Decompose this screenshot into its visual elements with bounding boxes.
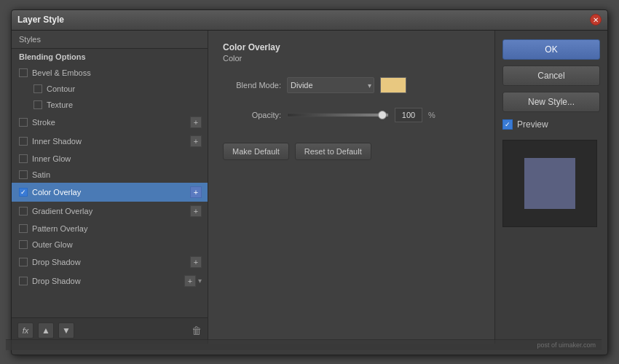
opacity-slider-thumb[interactable] <box>378 111 387 119</box>
sidebar-item-satin[interactable]: Satin <box>12 167 208 183</box>
opacity-slider-track[interactable] <box>287 113 389 117</box>
outer-glow-label: Outer Glow <box>32 240 202 249</box>
color-swatch[interactable] <box>380 77 406 93</box>
preview-square <box>524 158 575 209</box>
sidebar-item-blending-options[interactable]: Blending Options <box>12 49 208 65</box>
dialog-title: Layer Style <box>17 15 590 25</box>
stroke-label: Stroke <box>32 118 190 127</box>
contour-checkbox[interactable] <box>33 84 42 93</box>
inner-shadow-controls: + <box>190 135 202 147</box>
outer-glow-checkbox[interactable] <box>19 240 28 249</box>
stroke-add-button[interactable]: + <box>190 116 202 128</box>
action-buttons-row: Make Default Reset to Default <box>223 143 480 160</box>
opacity-input[interactable] <box>395 108 422 122</box>
satin-label: Satin <box>32 170 202 179</box>
sidebar-item-pattern-overlay[interactable]: Pattern Overlay <box>12 221 208 237</box>
inner-glow-checkbox[interactable] <box>19 154 28 163</box>
fx-button[interactable]: fx <box>17 323 33 339</box>
panel-subtitle: Color <box>223 54 480 63</box>
satin-checkbox[interactable] <box>19 170 28 179</box>
sidebar-item-texture[interactable]: Texture <box>12 97 208 113</box>
blend-mode-label: Blend Mode: <box>223 81 281 90</box>
close-button[interactable]: ✕ <box>590 14 602 25</box>
bevel-emboss-checkbox[interactable] <box>19 68 28 77</box>
right-panel: OK Cancel New Style... ✓ Preview <box>494 31 607 344</box>
contour-label: Contour <box>47 84 202 93</box>
color-overlay-add-button[interactable]: + <box>190 186 202 198</box>
inner-glow-label: Inner Glow <box>32 154 202 163</box>
inner-shadow-checkbox[interactable] <box>19 137 28 146</box>
gradient-overlay-label: Gradient Overlay <box>32 207 190 215</box>
ok-button[interactable]: OK <box>502 39 600 60</box>
drop-shadow-1-controls: + <box>190 256 202 268</box>
sidebar-item-outer-glow[interactable]: Outer Glow <box>12 237 208 253</box>
preview-label: Preview <box>517 119 548 130</box>
drop-shadow-2-add-button[interactable]: + <box>184 275 196 287</box>
texture-checkbox[interactable] <box>33 100 42 109</box>
opacity-pct: % <box>428 111 435 119</box>
blend-mode-row: Blend Mode: Normal Dissolve Multiply Scr… <box>223 77 480 93</box>
stroke-controls: + <box>190 116 202 128</box>
drop-shadow-2-controls: + ▾ <box>184 275 202 287</box>
opacity-row: Opacity: % <box>223 108 480 122</box>
opacity-slider-container <box>287 113 389 117</box>
preview-row: ✓ Preview <box>502 118 600 131</box>
options-panel: Color Overlay Color Blend Mode: Normal D… <box>208 31 494 344</box>
preview-checkbox[interactable]: ✓ <box>502 119 513 130</box>
color-overlay-controls: + <box>190 186 202 198</box>
layer-style-dialog: Layer Style ✕ Styles Blending Options Be… <box>11 9 608 355</box>
stroke-checkbox[interactable] <box>19 118 28 127</box>
sidebar-item-inner-glow[interactable]: Inner Glow <box>12 151 208 167</box>
sidebar-item-stroke[interactable]: Stroke + <box>12 113 208 132</box>
pattern-overlay-checkbox[interactable] <box>19 224 28 233</box>
scroll-down-arrow[interactable]: ▾ <box>198 277 202 285</box>
gradient-overlay-checkbox[interactable] <box>19 207 28 215</box>
drop-shadow-1-add-button[interactable]: + <box>190 256 202 268</box>
inner-shadow-label: Inner Shadow <box>32 137 190 146</box>
drop-shadow-2-checkbox[interactable] <box>19 277 28 285</box>
drop-shadow-2-label: Drop Shadow <box>32 277 184 285</box>
styles-list: Blending Options Bevel & Emboss Contour … <box>12 49 208 317</box>
reset-default-button[interactable]: Reset to Default <box>295 143 371 160</box>
styles-header: Styles <box>12 31 208 49</box>
inner-shadow-add-button[interactable]: + <box>190 135 202 147</box>
color-overlay-label: Color Overlay <box>32 188 190 197</box>
sidebar-item-inner-shadow[interactable]: Inner Shadow + <box>12 132 208 151</box>
move-up-button[interactable]: ▲ <box>38 323 54 339</box>
texture-label: Texture <box>47 100 202 109</box>
sidebar-item-drop-shadow-2[interactable]: Drop Shadow + ▾ <box>12 272 208 290</box>
drop-shadow-1-label: Drop Shadow <box>32 258 190 266</box>
preview-canvas <box>502 140 597 227</box>
sidebar-item-gradient-overlay[interactable]: Gradient Overlay + <box>12 202 208 221</box>
panel-title-block: Color Overlay Color <box>223 42 480 68</box>
styles-panel: Styles Blending Options Bevel & Emboss C… <box>12 31 208 344</box>
sidebar-item-color-overlay[interactable]: ✓ Color Overlay + <box>12 183 208 202</box>
panel-title: Color Overlay <box>223 42 480 52</box>
blending-options-label: Blending Options <box>19 52 202 61</box>
blend-mode-select-wrapper: Normal Dissolve Multiply Screen Overlay … <box>287 77 374 93</box>
dialog-body: Styles Blending Options Bevel & Emboss C… <box>12 31 607 344</box>
title-bar: Layer Style ✕ <box>12 10 607 31</box>
gradient-overlay-controls: + <box>190 205 202 217</box>
sidebar-item-contour[interactable]: Contour <box>12 81 208 97</box>
color-overlay-checkbox[interactable]: ✓ <box>19 188 28 197</box>
cancel-button[interactable]: Cancel <box>502 66 600 86</box>
move-down-button[interactable]: ▼ <box>58 323 74 339</box>
drop-shadow-1-checkbox[interactable] <box>19 258 28 266</box>
opacity-label: Opacity: <box>223 111 281 119</box>
sidebar-item-drop-shadow-1[interactable]: Drop Shadow + <box>12 253 208 272</box>
bevel-emboss-label: Bevel & Emboss <box>32 68 202 77</box>
delete-button[interactable]: 🗑 <box>192 325 202 336</box>
sidebar-item-bevel-emboss[interactable]: Bevel & Emboss <box>12 65 208 81</box>
gradient-overlay-add-button[interactable]: + <box>190 205 202 217</box>
make-default-button[interactable]: Make Default <box>223 143 289 160</box>
new-style-button[interactable]: New Style... <box>502 92 600 112</box>
pattern-overlay-label: Pattern Overlay <box>32 224 202 233</box>
watermark-bottom: post of uimaker.com <box>6 339 602 350</box>
blend-mode-select[interactable]: Normal Dissolve Multiply Screen Overlay … <box>287 77 374 93</box>
